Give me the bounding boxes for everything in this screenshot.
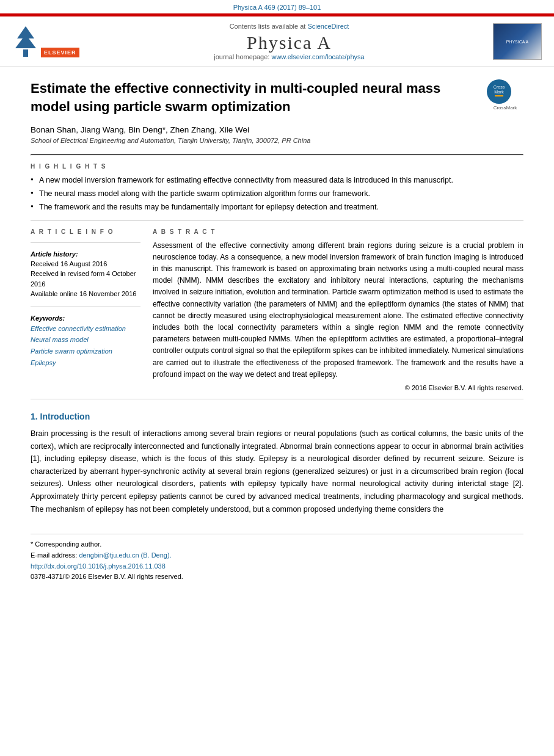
doi-footer-line: http://dx.doi.org/10.1016/j.physa.2016.1… [31,561,523,572]
abstract-column: A B S T R A C T Assessment of the effect… [153,228,523,391]
contents-line: Contents lists available at ScienceDirec… [86,23,493,30]
highlight-item-1: A new model inversion framework for esti… [31,175,523,186]
email-link[interactable]: dengbin@tju.edu.cn (B. Deng). [79,551,171,559]
svg-rect-0 [23,49,28,57]
sciencedirect-link[interactable]: ScienceDirect [307,23,349,30]
homepage-link[interactable]: www.elsevier.com/locate/physa [271,53,364,60]
abstract-label: A B S T R A C T [153,228,523,235]
highlights-divider [31,220,523,221]
keyword-1: Effective connectivity estimation [31,323,140,335]
svg-text:Mark: Mark [494,90,504,94]
journal-thumbnail: PHYSICA A [493,23,542,60]
issn-line: 0378-4371/© 2016 Elsevier B.V. All right… [31,572,523,583]
abstract-copyright: © 2016 Elsevier B.V. All rights reserved… [153,384,523,391]
introduction-text: Brain processing is the result of intera… [31,427,523,515]
keywords-section: Keywords: Effective connectivity estimat… [31,314,140,369]
received-date: Received 16 August 2016 [31,259,140,269]
history-label: Article history: [31,250,140,258]
available-date: Available online 16 November 2016 [31,289,140,299]
corresponding-author-note: * Corresponding author. [31,540,523,548]
introduction-heading: 1. Introduction [31,412,523,421]
email-label: E-mail address: [31,551,77,559]
highlight-item-2: The neural mass model along with the par… [31,188,523,200]
article-info-divider [31,242,140,243]
contents-text: Contents lists available at [230,23,306,30]
highlights-section: H I G H L I G H T S A new model inversio… [31,163,523,213]
doi-text: Physica A 469 (2017) 89–101 [233,4,321,11]
keywords-label: Keywords: [31,314,140,322]
crossmark-circle: Cross Mark [487,79,511,104]
journal-header: ELSEVIER Contents lists available at Sci… [0,15,554,67]
article-info-column: A R T I C L E I N F O Article history: R… [31,228,140,391]
affiliation: School of Electrical Engineering and Aut… [31,137,523,144]
title-divider [31,154,523,156]
revised-date: Received in revised form 4 October 2016 [31,269,140,289]
highlights-list: A new model inversion framework for esti… [31,175,523,213]
authors: Bonan Shan, Jiang Wang, Bin Deng*, Zhen … [31,125,523,134]
elsevier-logo-area: ELSEVIER [12,25,86,59]
journal-homepage: journal homepage: www.elsevier.com/locat… [86,53,493,60]
keyword-3: Particle swarm optimization [31,346,140,357]
svg-marker-1 [15,26,36,48]
keyword-2: Neural mass model [31,334,140,346]
keyword-4: Epilepsy [31,357,140,369]
paper-title: Estimate the effective connectivity in m… [31,79,523,115]
abstract-text: Assessment of the effective connectivity… [153,240,523,380]
article-info-label: A R T I C L E I N F O [31,228,140,235]
journal-thumb-text: PHYSICA A [505,38,530,45]
article-body: A R T I C L E I N F O Article history: R… [31,228,523,391]
journal-name: Physica A [86,32,493,53]
highlight-item-3: The framework and the results may be fun… [31,202,523,213]
email-line: E-mail address: dengbin@tju.edu.cn (B. D… [31,550,523,561]
elsevier-brand-box: ELSEVIER [41,48,79,57]
crossmark-label: CrossMark [487,105,523,111]
doi-bar: Physica A 469 (2017) 89–101 [0,0,554,13]
svg-text:Cross: Cross [494,85,505,89]
authors-text: Bonan Shan, Jiang Wang, Bin Deng*, Zhen … [31,125,249,134]
keywords-list: Effective connectivity estimation Neural… [31,323,140,369]
crossmark-badge: Cross Mark CrossMark [487,79,523,110]
main-content: Estimate the effective connectivity in m… [0,67,554,595]
article-history: Article history: Received 16 August 2016… [31,250,140,299]
doi-footer-link[interactable]: http://dx.doi.org/10.1016/j.physa.2016.1… [31,562,166,570]
homepage-label: journal homepage: [214,53,269,60]
journal-name-center: Contents lists available at ScienceDirec… [86,23,493,60]
keywords-divider [31,307,140,307]
footer-area: * Corresponding author. E-mail address: … [31,534,523,583]
abstract-divider [31,399,523,399]
highlights-label: H I G H L I G H T S [31,163,523,170]
elsevier-tree-icon [12,25,40,59]
